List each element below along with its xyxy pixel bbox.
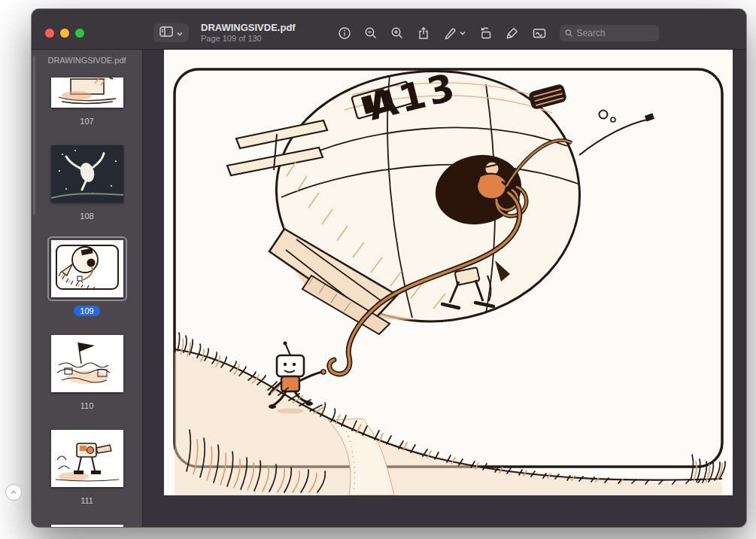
markup-group	[443, 26, 466, 40]
markup-button[interactable]	[443, 26, 457, 40]
zoom-in-button[interactable]	[390, 26, 404, 40]
main-area: DRAWINGSIVDE.pdf 107	[32, 50, 746, 527]
zoom-button[interactable]	[75, 29, 84, 38]
page-drawing: A13	[164, 50, 733, 495]
share-icon	[417, 26, 430, 40]
search-input[interactable]	[576, 28, 654, 38]
titlebar: DRAWINGSIVDE.pdf Page 109 of 130	[32, 9, 746, 50]
thumbnail-image	[51, 335, 123, 392]
thumbnail-page-108[interactable]: 108	[47, 142, 127, 221]
thumbnail-image	[51, 78, 123, 108]
thumbnail-page-109[interactable]: 109	[47, 236, 127, 316]
zoom-out-icon	[364, 26, 378, 40]
title-block: DRAWINGSIVDE.pdf Page 109 of 130	[201, 22, 296, 44]
search-field	[560, 25, 659, 41]
arrow-up-icon	[10, 489, 17, 496]
zoom-out-button[interactable]	[364, 26, 378, 40]
share-button[interactable]	[417, 26, 430, 40]
sidebar-filename: DRAWINGSIVDE.pdf	[47, 56, 126, 65]
signature-icon	[532, 26, 547, 40]
markup-pencil-icon	[443, 26, 457, 40]
thumbnail-page-next-partial[interactable]	[47, 521, 127, 527]
document-canvas: A13	[143, 50, 746, 527]
signature-button[interactable]	[532, 26, 547, 40]
thumbnail-page-111[interactable]: 111	[47, 426, 127, 506]
rotate-button[interactable]	[478, 26, 493, 40]
page-indicator: Page 109 of 130	[201, 34, 296, 44]
rotate-icon	[478, 26, 493, 40]
chevron-down-icon	[460, 31, 466, 35]
close-button[interactable]	[45, 29, 54, 38]
zoom-in-icon	[390, 26, 404, 40]
window-controls	[32, 29, 143, 38]
thumbnail-page-number: 110	[74, 400, 100, 411]
thumbnail-page-107[interactable]: 107	[47, 74, 127, 126]
thumbnail-image	[51, 525, 123, 527]
window-title: DRAWINGSIVDE.pdf	[201, 22, 296, 34]
info-icon	[338, 26, 351, 40]
sidebar-toggle-button[interactable]	[153, 23, 189, 42]
thumbnail-page-number: 111	[74, 495, 99, 506]
corner-arrow-button[interactable]	[5, 484, 22, 501]
thumbnail-image	[51, 240, 123, 297]
minimize-button[interactable]	[60, 29, 69, 38]
info-button[interactable]	[338, 26, 351, 40]
thumbnail-image	[51, 430, 123, 487]
thumbnail-page-number: 109	[74, 306, 99, 316]
thumbnail-image	[51, 145, 123, 203]
sidebar-icon	[159, 26, 173, 39]
thumbnail-page-110[interactable]: 110	[47, 331, 127, 411]
thumbnail-page-number: 108	[74, 211, 99, 221]
highlighter-icon	[506, 26, 519, 40]
highlight-button[interactable]	[506, 26, 519, 40]
thumbnail-page-number: 107	[74, 116, 99, 126]
toolbar	[338, 25, 659, 41]
preview-window: DRAWINGSIVDE.pdf Page 109 of 130	[32, 9, 746, 527]
pdf-page: A13	[164, 50, 733, 495]
markup-chevron-button[interactable]	[460, 31, 466, 35]
search-icon	[565, 29, 572, 38]
chevron-down-icon	[177, 27, 183, 38]
thumbnail-sidebar: DRAWINGSIVDE.pdf 107	[32, 50, 143, 527]
sidebar-scrollbar[interactable]	[33, 56, 35, 215]
